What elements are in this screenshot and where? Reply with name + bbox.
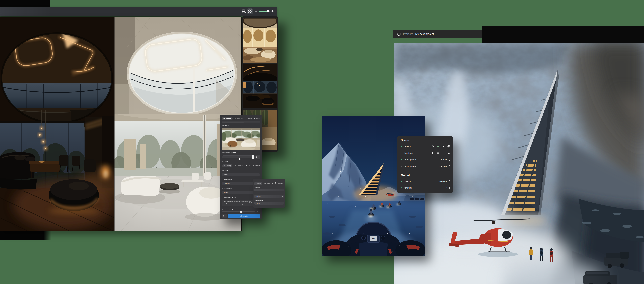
svg-text:35: 35 [372,237,375,240]
